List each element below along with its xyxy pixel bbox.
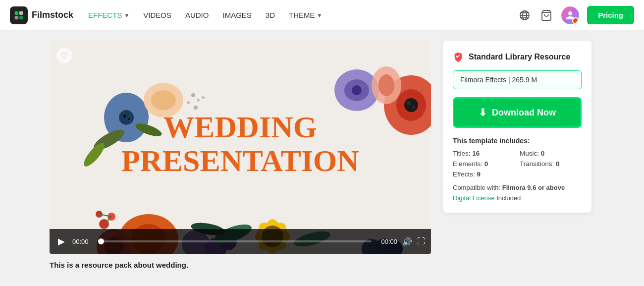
elements-label: Elements:: [453, 160, 483, 168]
transitions-label: Transitions:: [520, 160, 554, 168]
globe-icon[interactable]: [518, 8, 532, 22]
svg-rect-0: [15, 11, 18, 14]
volume-icon[interactable]: 🔊: [402, 237, 412, 246]
svg-rect-2: [15, 15, 18, 19]
svg-point-55: [187, 101, 190, 104]
right-panel: Standard Library Resource Filmora Effect…: [443, 41, 591, 213]
svg-line-52: [99, 214, 111, 217]
effects-val: 9: [477, 171, 481, 178]
header-right: Pricing: [518, 6, 634, 24]
music-item: Music: 0: [520, 150, 582, 157]
transitions-item: Transitions: 0: [520, 160, 582, 168]
nav-3d[interactable]: 3D: [266, 11, 275, 19]
video-description: This is a resource pack about wedding.: [50, 261, 431, 269]
svg-rect-1: [19, 11, 23, 14]
progress-dot: [98, 238, 104, 244]
cart-icon[interactable]: [539, 8, 553, 22]
play-button[interactable]: ▶: [55, 236, 67, 247]
svg-rect-3: [19, 15, 23, 19]
effects-label: Effects:: [453, 171, 475, 178]
video-background: WEDDING PRESENTATION ♡: [50, 41, 431, 254]
svg-point-26: [378, 74, 394, 96]
svg-point-50: [96, 211, 103, 218]
download-icon: ⬇: [479, 107, 487, 118]
elements-item: Elements: 0: [453, 160, 515, 168]
avatar[interactable]: [561, 6, 579, 24]
resource-title: Standard Library Resource: [469, 53, 570, 61]
logo-text: Filmstock: [32, 10, 73, 20]
svg-point-21: [412, 106, 415, 109]
svg-point-24: [352, 85, 362, 95]
progress-bar[interactable]: [98, 240, 372, 242]
effects-item: Effects: 9: [453, 171, 515, 178]
svg-point-54: [197, 99, 200, 102]
titles-item: Titles: 16: [453, 150, 515, 157]
music-label: Music:: [520, 150, 539, 157]
video-area: WEDDING PRESENTATION ♡ ▶ 00:00 00:00 🔊 ⛶…: [50, 41, 431, 269]
svg-point-18: [396, 89, 426, 121]
avatar-badge: [572, 17, 579, 24]
svg-point-20: [407, 101, 411, 105]
fullscreen-icon[interactable]: ⛶: [417, 237, 425, 246]
svg-point-23: [344, 79, 369, 101]
nav-theme[interactable]: THEME ▼: [289, 11, 322, 19]
resource-header: Standard Library Resource: [453, 52, 582, 62]
pricing-button[interactable]: Pricing: [587, 6, 634, 24]
svg-point-22: [334, 69, 379, 111]
svg-point-49: [107, 213, 115, 221]
nav-videos[interactable]: VIDEOS: [143, 11, 171, 19]
elements-val: 0: [484, 160, 488, 168]
compat-label: Compatible with:: [453, 184, 500, 191]
effects-chevron-icon: ▼: [124, 12, 129, 18]
main-header: Filmstock EFFECTS ▼ VIDEOS AUDIO IMAGES …: [0, 0, 644, 31]
theme-chevron-icon: ▼: [317, 12, 322, 18]
svg-point-17: [384, 75, 431, 135]
svg-point-25: [372, 66, 401, 104]
titles-val: 16: [472, 150, 480, 157]
license-line: Digital License Included: [453, 194, 582, 202]
svg-point-56: [194, 106, 198, 110]
titles-label: Titles:: [453, 150, 471, 157]
download-label: Download Now: [492, 108, 556, 118]
time-total: 00:00: [376, 238, 397, 245]
video-container: WEDDING PRESENTATION ♡ ▶ 00:00 00:00 🔊 ⛶: [50, 41, 431, 254]
svg-point-16: [151, 90, 176, 110]
video-title: WEDDING PRESENTATION: [121, 110, 359, 177]
compat-val: Filmora 9.6 or above: [502, 184, 565, 191]
license-included: Included: [496, 194, 521, 202]
shield-icon: [453, 52, 464, 62]
transitions-val: 0: [556, 160, 560, 168]
digital-license-link[interactable]: Digital License: [453, 194, 495, 202]
nav-audio[interactable]: AUDIO: [185, 11, 209, 19]
logo-icon: [10, 6, 28, 24]
main-content: WEDDING PRESENTATION ♡ ▶ 00:00 00:00 🔊 ⛶…: [0, 31, 644, 286]
svg-point-53: [191, 93, 195, 97]
svg-line-51: [105, 217, 111, 224]
nav-effects[interactable]: EFFECTS ▼: [88, 11, 129, 19]
svg-point-28: [81, 140, 107, 170]
download-button[interactable]: ⬇ Download Now: [453, 97, 582, 128]
svg-point-19: [404, 98, 418, 112]
includes-grid: Titles: 16 Music: 0 Elements: 0 Transiti…: [453, 150, 582, 178]
file-info-box: Filmora Effects | 265.9 M: [453, 70, 582, 89]
svg-point-57: [202, 96, 205, 99]
video-controls: ▶ 00:00 00:00 🔊 ⛶: [50, 229, 431, 254]
svg-point-48: [99, 219, 109, 229]
logo-area[interactable]: Filmstock: [10, 6, 73, 24]
compat-line: Compatible with: Filmora 9.6 or above: [453, 184, 582, 191]
main-nav: EFFECTS ▼ VIDEOS AUDIO IMAGES 3D THEME ▼: [88, 11, 518, 19]
time-elapsed: 00:00: [72, 238, 93, 245]
template-includes-label: This template includes:: [453, 137, 582, 145]
heart-icon[interactable]: ♡: [56, 48, 72, 63]
music-val: 0: [541, 150, 545, 157]
nav-images[interactable]: IMAGES: [222, 11, 251, 19]
